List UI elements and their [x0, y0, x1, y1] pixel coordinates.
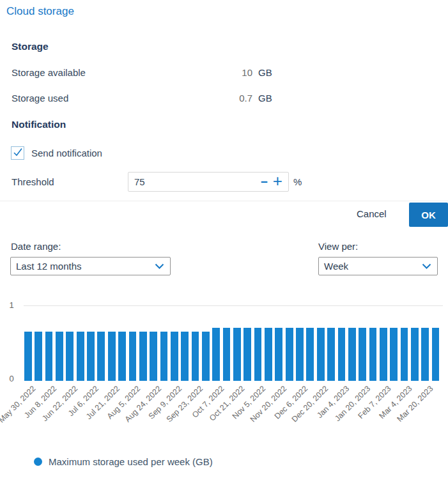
threshold-spinner: − + [128, 172, 289, 192]
chart-bar [254, 328, 262, 381]
chart-bar [411, 328, 419, 381]
storage-used-value: 0.7 [239, 93, 252, 104]
chart-bar [338, 328, 346, 381]
view-per-value: Week [319, 261, 422, 272]
chart-bar [192, 332, 199, 381]
chart-bar [118, 332, 126, 381]
chart-bar [327, 328, 335, 381]
chart-bar [233, 328, 241, 381]
date-range-value: Last 12 months [11, 261, 155, 272]
threshold-label: Threshold [12, 176, 54, 187]
chart-bar [202, 332, 210, 381]
chart-bar [108, 332, 116, 381]
page-title[interactable]: Cloud storage [6, 5, 74, 18]
storage-used-unit: GB [258, 93, 275, 104]
legend-label: Maximum storage used per week (GB) [49, 456, 213, 467]
chart-bar [56, 332, 63, 381]
chevron-down-icon [422, 263, 437, 270]
notification-section-heading: Notification [12, 119, 66, 130]
chart-bar [369, 328, 377, 381]
chart-bar [421, 328, 429, 381]
chart-bar [265, 328, 272, 381]
threshold-unit: % [293, 176, 302, 187]
chart-bar [243, 328, 251, 381]
chart-bar [212, 328, 220, 381]
chart-bar [45, 332, 53, 381]
storage-used-row: Storage used 0.7 GB [12, 93, 275, 104]
chart-bar [380, 328, 387, 381]
chart-bar [432, 328, 440, 381]
cancel-button[interactable]: Cancel [357, 208, 387, 219]
date-range-dropdown[interactable]: Last 12 months [10, 257, 171, 275]
storage-available-label: Storage available [12, 67, 242, 78]
chart-bar [223, 328, 231, 381]
chart-bar [401, 328, 408, 381]
chart-bar [66, 332, 73, 381]
chart-bar [296, 328, 304, 381]
chart-bar [77, 332, 84, 381]
chart-bar [35, 332, 42, 381]
chart-bar [129, 332, 137, 381]
chart-bar [317, 328, 325, 381]
storage-section-heading: Storage [12, 41, 49, 52]
chart-bar [306, 328, 314, 381]
y-axis-tick-min: 0 [6, 374, 17, 383]
send-notification-row: Send notification [11, 146, 102, 160]
plus-icon[interactable]: + [272, 173, 288, 190]
minus-icon[interactable]: − [257, 173, 272, 190]
chart-bar [87, 332, 95, 381]
legend-dot-icon [34, 458, 42, 466]
chart-bar [24, 332, 32, 381]
storage-available-value: 10 [242, 67, 252, 78]
chart-bar [150, 332, 157, 381]
ok-button[interactable]: OK [409, 203, 448, 227]
view-per-dropdown[interactable]: Week [318, 257, 438, 275]
chart-bar [160, 332, 168, 381]
chart-bar [181, 332, 189, 381]
chart-bar [348, 328, 356, 381]
chart-bar [286, 328, 293, 381]
actions-divider [0, 201, 448, 201]
view-per-label: View per: [318, 241, 358, 252]
chevron-down-icon [155, 263, 170, 270]
chart-legend: Maximum storage used per week (GB) [34, 456, 213, 467]
bar-chart [24, 305, 442, 381]
chart-bar [97, 332, 105, 381]
chart-bar [139, 332, 147, 381]
storage-available-unit: GB [258, 67, 275, 78]
x-axis-labels: May 30, 2022Jun 8, 2022Jun 22, 2022Jul 6… [0, 384, 448, 454]
chart-bar [275, 328, 282, 381]
chart-bar [359, 328, 366, 381]
storage-used-label: Storage used [12, 93, 239, 104]
chart-bar [171, 332, 178, 381]
send-notification-label: Send notification [31, 148, 102, 158]
cloud-storage-panel: Cloud storage Storage Storage available … [0, 0, 448, 485]
storage-available-row: Storage available 10 GB [12, 67, 275, 78]
chart-bar [390, 328, 398, 381]
date-range-label: Date range: [11, 241, 61, 252]
y-axis-tick-max: 1 [6, 300, 17, 310]
threshold-input[interactable] [128, 176, 257, 187]
send-notification-checkbox[interactable] [11, 146, 24, 160]
